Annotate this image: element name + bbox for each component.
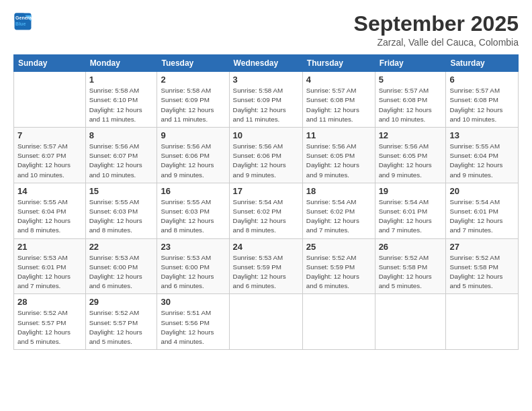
day-number: 23 bbox=[161, 242, 225, 252]
day-info: Sunrise: 5:53 AMSunset: 6:01 PMDaylight:… bbox=[17, 253, 82, 291]
day-number: 17 bbox=[233, 186, 299, 196]
calendar-table: SundayMondayTuesdayWednesdayThursdayFrid… bbox=[13, 54, 519, 350]
calendar-cell: 11Sunrise: 5:56 AMSunset: 6:05 PMDayligh… bbox=[302, 128, 375, 183]
calendar-cell: 25Sunrise: 5:52 AMSunset: 5:59 PMDayligh… bbox=[302, 238, 375, 294]
day-number: 25 bbox=[306, 242, 371, 252]
calendar-cell: 5Sunrise: 5:57 AMSunset: 6:08 PMDaylight… bbox=[375, 72, 446, 128]
day-info: Sunrise: 5:53 AMSunset: 6:00 PMDaylight:… bbox=[161, 253, 225, 291]
day-info: Sunrise: 5:57 AMSunset: 6:08 PMDaylight:… bbox=[306, 86, 371, 124]
calendar-cell: 16Sunrise: 5:55 AMSunset: 6:03 PMDayligh… bbox=[157, 183, 229, 238]
calendar-cell: 1Sunrise: 5:58 AMSunset: 6:10 PMDaylight… bbox=[85, 72, 157, 128]
calendar-cell: 18Sunrise: 5:54 AMSunset: 6:02 PMDayligh… bbox=[302, 183, 375, 238]
calendar-cell bbox=[229, 294, 302, 350]
day-info: Sunrise: 5:58 AMSunset: 6:09 PMDaylight:… bbox=[161, 86, 225, 124]
day-info: Sunrise: 5:54 AMSunset: 6:01 PMDaylight:… bbox=[449, 197, 515, 236]
weekday-header-tuesday: Tuesday bbox=[157, 55, 229, 72]
calendar-cell: 27Sunrise: 5:52 AMSunset: 5:58 PMDayligh… bbox=[446, 238, 519, 294]
day-number: 26 bbox=[379, 242, 443, 252]
day-number: 9 bbox=[161, 130, 225, 140]
calendar-cell: 24Sunrise: 5:53 AMSunset: 5:59 PMDayligh… bbox=[229, 238, 302, 294]
month-title: September 2025 bbox=[354, 12, 519, 36]
page: General Blue September 2025 Zarzal, Vall… bbox=[0, 0, 532, 411]
logo: General Blue bbox=[13, 12, 32, 31]
calendar-cell: 8Sunrise: 5:56 AMSunset: 6:07 PMDaylight… bbox=[85, 128, 157, 183]
svg-text:Blue: Blue bbox=[15, 21, 26, 26]
calendar-cell: 28Sunrise: 5:52 AMSunset: 5:57 PMDayligh… bbox=[14, 294, 86, 350]
day-number: 13 bbox=[449, 130, 515, 140]
day-number: 29 bbox=[89, 297, 154, 307]
day-info: Sunrise: 5:51 AMSunset: 5:56 PMDaylight:… bbox=[161, 308, 225, 347]
day-number: 28 bbox=[17, 297, 82, 307]
day-info: Sunrise: 5:54 AMSunset: 6:01 PMDaylight:… bbox=[379, 197, 443, 236]
day-info: Sunrise: 5:55 AMSunset: 6:03 PMDaylight:… bbox=[161, 197, 225, 236]
title-block: September 2025 Zarzal, Valle del Cauca, … bbox=[354, 12, 519, 48]
day-number: 6 bbox=[449, 75, 515, 85]
calendar-cell bbox=[302, 294, 375, 350]
day-number: 20 bbox=[449, 186, 515, 196]
day-info: Sunrise: 5:53 AMSunset: 6:00 PMDaylight:… bbox=[89, 253, 154, 291]
calendar-week-1: 1Sunrise: 5:58 AMSunset: 6:10 PMDaylight… bbox=[14, 72, 519, 128]
calendar-cell: 3Sunrise: 5:58 AMSunset: 6:09 PMDaylight… bbox=[229, 72, 302, 128]
calendar-cell: 22Sunrise: 5:53 AMSunset: 6:00 PMDayligh… bbox=[85, 238, 157, 294]
calendar-cell: 6Sunrise: 5:57 AMSunset: 6:08 PMDaylight… bbox=[446, 72, 519, 128]
day-info: Sunrise: 5:56 AMSunset: 6:07 PMDaylight:… bbox=[89, 142, 154, 180]
weekday-header-wednesday: Wednesday bbox=[229, 55, 302, 72]
day-number: 19 bbox=[379, 186, 443, 196]
day-number: 30 bbox=[161, 297, 225, 307]
weekday-header-thursday: Thursday bbox=[302, 55, 375, 72]
location: Zarzal, Valle del Cauca, Colombia bbox=[354, 37, 519, 48]
day-number: 11 bbox=[306, 130, 371, 140]
day-info: Sunrise: 5:58 AMSunset: 6:09 PMDaylight:… bbox=[233, 86, 299, 124]
day-number: 12 bbox=[379, 130, 443, 140]
calendar-week-5: 28Sunrise: 5:52 AMSunset: 5:57 PMDayligh… bbox=[14, 294, 519, 350]
day-number: 21 bbox=[17, 242, 82, 252]
calendar-cell: 4Sunrise: 5:57 AMSunset: 6:08 PMDaylight… bbox=[302, 72, 375, 128]
day-number: 10 bbox=[233, 130, 299, 140]
day-info: Sunrise: 5:57 AMSunset: 6:08 PMDaylight:… bbox=[449, 86, 515, 124]
logo-icon: General Blue bbox=[13, 12, 32, 31]
weekday-header-saturday: Saturday bbox=[446, 55, 519, 72]
calendar-week-3: 14Sunrise: 5:55 AMSunset: 6:04 PMDayligh… bbox=[14, 183, 519, 238]
calendar-week-4: 21Sunrise: 5:53 AMSunset: 6:01 PMDayligh… bbox=[14, 238, 519, 294]
calendar-cell bbox=[14, 72, 86, 128]
day-info: Sunrise: 5:56 AMSunset: 6:06 PMDaylight:… bbox=[161, 142, 225, 180]
day-number: 22 bbox=[89, 242, 154, 252]
day-number: 24 bbox=[233, 242, 299, 252]
day-number: 16 bbox=[161, 186, 225, 196]
day-info: Sunrise: 5:54 AMSunset: 6:02 PMDaylight:… bbox=[233, 197, 299, 236]
calendar-cell: 29Sunrise: 5:52 AMSunset: 5:57 PMDayligh… bbox=[85, 294, 157, 350]
day-info: Sunrise: 5:52 AMSunset: 5:57 PMDaylight:… bbox=[17, 308, 82, 347]
calendar-cell bbox=[375, 294, 446, 350]
day-info: Sunrise: 5:56 AMSunset: 6:06 PMDaylight:… bbox=[233, 142, 299, 180]
calendar-cell: 30Sunrise: 5:51 AMSunset: 5:56 PMDayligh… bbox=[157, 294, 229, 350]
calendar-cell: 2Sunrise: 5:58 AMSunset: 6:09 PMDaylight… bbox=[157, 72, 229, 128]
day-info: Sunrise: 5:56 AMSunset: 6:05 PMDaylight:… bbox=[306, 142, 371, 180]
calendar-cell: 9Sunrise: 5:56 AMSunset: 6:06 PMDaylight… bbox=[157, 128, 229, 183]
day-number: 8 bbox=[89, 130, 154, 140]
calendar-cell: 19Sunrise: 5:54 AMSunset: 6:01 PMDayligh… bbox=[375, 183, 446, 238]
weekday-header-sunday: Sunday bbox=[14, 55, 86, 72]
day-info: Sunrise: 5:55 AMSunset: 6:03 PMDaylight:… bbox=[89, 197, 154, 236]
day-number: 14 bbox=[17, 186, 82, 196]
calendar-cell: 17Sunrise: 5:54 AMSunset: 6:02 PMDayligh… bbox=[229, 183, 302, 238]
day-info: Sunrise: 5:53 AMSunset: 5:59 PMDaylight:… bbox=[233, 253, 299, 291]
calendar-cell: 7Sunrise: 5:57 AMSunset: 6:07 PMDaylight… bbox=[14, 128, 86, 183]
calendar-header-row: SundayMondayTuesdayWednesdayThursdayFrid… bbox=[14, 55, 519, 72]
day-info: Sunrise: 5:54 AMSunset: 6:02 PMDaylight:… bbox=[306, 197, 371, 236]
day-info: Sunrise: 5:55 AMSunset: 6:04 PMDaylight:… bbox=[17, 197, 82, 236]
day-number: 5 bbox=[379, 75, 443, 85]
calendar-cell: 23Sunrise: 5:53 AMSunset: 6:00 PMDayligh… bbox=[157, 238, 229, 294]
weekday-header-friday: Friday bbox=[375, 55, 446, 72]
day-info: Sunrise: 5:57 AMSunset: 6:07 PMDaylight:… bbox=[17, 142, 82, 180]
weekday-header-monday: Monday bbox=[85, 55, 157, 72]
calendar-week-2: 7Sunrise: 5:57 AMSunset: 6:07 PMDaylight… bbox=[14, 128, 519, 183]
calendar-cell: 10Sunrise: 5:56 AMSunset: 6:06 PMDayligh… bbox=[229, 128, 302, 183]
day-number: 2 bbox=[161, 75, 225, 85]
calendar-cell: 20Sunrise: 5:54 AMSunset: 6:01 PMDayligh… bbox=[446, 183, 519, 238]
day-number: 18 bbox=[306, 186, 371, 196]
day-info: Sunrise: 5:52 AMSunset: 5:58 PMDaylight:… bbox=[449, 253, 515, 291]
svg-text:General: General bbox=[15, 15, 32, 20]
calendar-cell: 13Sunrise: 5:55 AMSunset: 6:04 PMDayligh… bbox=[446, 128, 519, 183]
calendar-cell: 15Sunrise: 5:55 AMSunset: 6:03 PMDayligh… bbox=[85, 183, 157, 238]
day-number: 27 bbox=[449, 242, 515, 252]
